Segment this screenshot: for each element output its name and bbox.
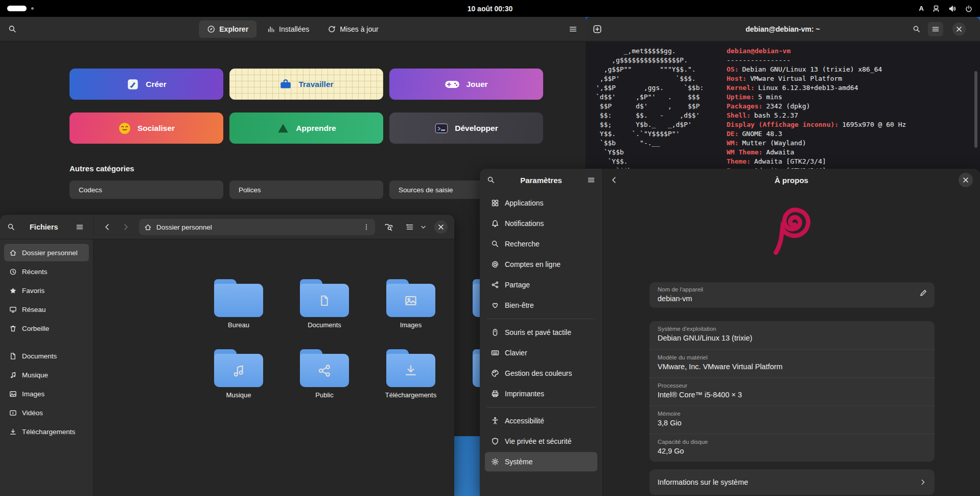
terminal-headerbar: debian@debian-vm: ~ xyxy=(586,17,980,41)
folder-icon xyxy=(300,349,349,387)
category-tile-learn[interactable]: Apprendre xyxy=(229,112,383,144)
forward-icon[interactable] xyxy=(122,223,130,231)
clock[interactable]: 10 août 00:30 xyxy=(0,5,980,13)
settings-sidebar: Paramètres Applications Notifications Re… xyxy=(480,169,603,496)
detail-row: Processeur Intel® Core™ i5-8400 × 3 xyxy=(649,377,935,405)
edit-pencil-icon[interactable] xyxy=(919,289,927,297)
category-tile-develop[interactable]: Développer xyxy=(389,112,543,144)
close-icon[interactable] xyxy=(952,22,966,36)
image-emblem-icon xyxy=(404,294,418,308)
network-icon[interactable] xyxy=(932,5,940,13)
home-icon xyxy=(144,223,152,231)
nav-item-mouse-touchpad[interactable]: Souris et pavé tactile xyxy=(485,323,597,342)
category-tile-socialize[interactable]: Socialiser xyxy=(69,112,223,144)
fetch-line: Uptime:5 mins xyxy=(727,93,906,102)
nav-item-online-accounts[interactable]: Comptes en ligne xyxy=(485,255,597,274)
panel-title: À propos xyxy=(603,169,980,191)
sidebar-item-trash[interactable]: Corbeille xyxy=(4,320,89,337)
search-icon[interactable] xyxy=(913,25,921,33)
category-tile-create[interactable]: Créer xyxy=(69,69,223,100)
volume-icon[interactable] xyxy=(948,5,956,13)
folder-item[interactable]: Musique xyxy=(205,349,272,399)
sidebar-item-recent[interactable]: Récents xyxy=(4,263,89,280)
sidebar-item-home[interactable]: Dossier personnel xyxy=(4,244,89,261)
nav-item-keyboard[interactable]: Clavier xyxy=(485,343,597,363)
detail-row: Capacité du disque 42,9 Go xyxy=(649,434,935,462)
triangle-icon xyxy=(276,122,290,135)
nav-label: Système xyxy=(505,458,532,466)
nav-item-accessibility[interactable]: Accessibilité xyxy=(485,411,597,431)
folder-item[interactable]: Bureau xyxy=(205,279,272,329)
create-icon xyxy=(126,78,139,91)
fetch-title: debian@debian-vm xyxy=(727,47,906,56)
power-icon[interactable] xyxy=(965,5,973,13)
sidebar-label: Récents xyxy=(22,268,48,276)
tab-updates[interactable]: Mises à jour xyxy=(319,20,386,38)
new-tab-icon[interactable] xyxy=(593,25,602,34)
files-window: Fichiers Dossier personnel xyxy=(0,215,454,496)
close-icon[interactable] xyxy=(959,173,973,187)
menu-icon[interactable] xyxy=(587,176,595,184)
desktop: 10 août 00:30 A xyxy=(0,0,980,496)
folder-item[interactable]: Images xyxy=(378,279,444,329)
system-information-link[interactable]: Informations sur le système xyxy=(649,469,935,495)
sidebar-item-starred[interactable]: Favoris xyxy=(4,282,89,299)
nav-item-printers[interactable]: Imprimantes xyxy=(485,384,597,403)
menu-icon[interactable] xyxy=(76,223,84,231)
fetch-line: DE:GNOME 48.3 xyxy=(727,129,906,139)
sidebar-item-documents[interactable]: Documents xyxy=(4,347,89,365)
folder-item[interactable]: Téléchargements xyxy=(378,349,444,399)
nav-item-sharing[interactable]: Partage xyxy=(485,275,597,295)
search-icon[interactable] xyxy=(8,25,17,33)
nav-item-system[interactable]: Système xyxy=(485,452,597,471)
tab-installed[interactable]: Installées xyxy=(259,20,317,38)
nav-item-search[interactable]: Recherche xyxy=(485,234,597,254)
fetch-line: OS:Debian GNU/Linux 13 (trixie) x86_64 xyxy=(727,65,906,74)
category-button-codecs[interactable]: Codecs xyxy=(69,181,223,199)
nav-label: Souris et pavé tactile xyxy=(505,328,571,336)
sidebar-item-network[interactable]: Réseau xyxy=(4,301,89,318)
close-icon[interactable] xyxy=(434,220,448,234)
category-tile-play[interactable]: Jouer xyxy=(389,69,543,100)
nav-item-wellbeing[interactable]: Bien-être xyxy=(485,296,597,315)
sidebar-item-pictures[interactable]: Images xyxy=(4,385,89,402)
nav-label: Recherche xyxy=(505,240,540,248)
nav-label: Bien-être xyxy=(505,301,534,309)
kebab-menu-icon[interactable] xyxy=(363,223,370,231)
menu-icon[interactable] xyxy=(569,25,577,33)
search-in-folder-icon[interactable] xyxy=(384,222,393,231)
fetch-line: Kernel:Linux 6.12.38+deb13-amd64 xyxy=(727,83,906,93)
folder-item[interactable]: Public xyxy=(291,349,358,399)
settings-title: Paramètres xyxy=(480,169,602,191)
nav-item-notifications[interactable]: Notifications xyxy=(485,214,597,233)
app-title: Fichiers xyxy=(30,215,58,239)
sidebar-item-videos[interactable]: Vidéos xyxy=(4,404,89,421)
nav-item-privacy-security[interactable]: Vie privée et sécurité xyxy=(485,432,597,451)
search-icon[interactable] xyxy=(7,223,15,231)
folder-item[interactable]: Documents xyxy=(291,279,358,329)
keyboard-layout-indicator[interactable]: A xyxy=(919,5,924,12)
back-icon[interactable] xyxy=(103,223,111,231)
nav-label: Notifications xyxy=(505,219,544,228)
path-bar[interactable]: Dossier personnel xyxy=(139,219,375,235)
category-tile-work[interactable]: Travailler xyxy=(229,69,383,100)
list-view-icon[interactable] xyxy=(406,223,414,231)
scrollbar[interactable] xyxy=(974,71,977,148)
system-tray[interactable]: A xyxy=(919,0,973,17)
link-label: Informations sur le système xyxy=(658,478,748,486)
view-options-chevron-icon[interactable] xyxy=(420,223,427,230)
folder-name: Bureau xyxy=(205,321,272,329)
menu-icon[interactable] xyxy=(928,22,943,36)
nav-item-applications[interactable]: Applications xyxy=(485,193,597,213)
debian-logo xyxy=(767,196,816,263)
sidebar-item-downloads[interactable]: Téléchargements xyxy=(4,423,89,440)
nav-item-color[interactable]: Gestion des couleurs xyxy=(485,364,597,383)
category-button-fonts[interactable]: Polices xyxy=(229,181,383,199)
installed-icon xyxy=(267,25,275,33)
tile-label: Travailler xyxy=(298,80,333,89)
device-name-label: Nom de l'appareil xyxy=(658,286,703,292)
about-panel: À propos Nom de l'appareil debian-vm xyxy=(603,169,980,496)
tab-explore[interactable]: Explorer xyxy=(199,20,256,38)
device-name-card[interactable]: Nom de l'appareil debian-vm xyxy=(649,282,935,308)
sidebar-item-music[interactable]: Musique xyxy=(4,366,89,384)
